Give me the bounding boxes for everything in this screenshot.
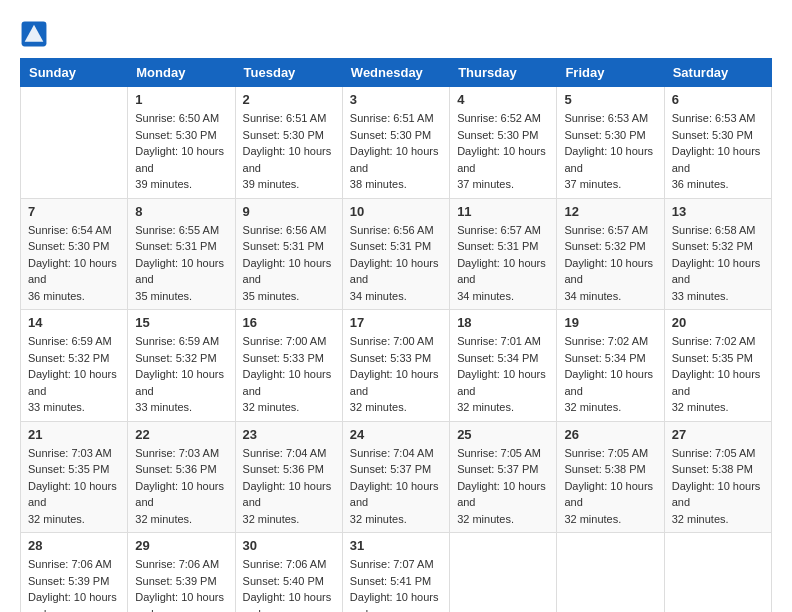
day-info: Sunrise: 6:51 AMSunset: 5:30 PMDaylight:…: [243, 110, 335, 193]
calendar-cell: 19 Sunrise: 7:02 AMSunset: 5:34 PMDaylig…: [557, 310, 664, 422]
day-info: Sunrise: 6:53 AMSunset: 5:30 PMDaylight:…: [672, 110, 764, 193]
day-number: 4: [457, 92, 549, 107]
week-row-2: 14 Sunrise: 6:59 AMSunset: 5:32 PMDaylig…: [21, 310, 772, 422]
calendar-cell: 20 Sunrise: 7:02 AMSunset: 5:35 PMDaylig…: [664, 310, 771, 422]
calendar-cell: 28 Sunrise: 7:06 AMSunset: 5:39 PMDaylig…: [21, 533, 128, 613]
logo: [20, 20, 52, 48]
day-number: 31: [350, 538, 442, 553]
day-info: Sunrise: 7:03 AMSunset: 5:36 PMDaylight:…: [135, 445, 227, 528]
day-info: Sunrise: 6:56 AMSunset: 5:31 PMDaylight:…: [350, 222, 442, 305]
day-number: 29: [135, 538, 227, 553]
calendar-cell: 14 Sunrise: 6:59 AMSunset: 5:32 PMDaylig…: [21, 310, 128, 422]
day-number: 8: [135, 204, 227, 219]
day-number: 1: [135, 92, 227, 107]
calendar-cell: 31 Sunrise: 7:07 AMSunset: 5:41 PMDaylig…: [342, 533, 449, 613]
day-info: Sunrise: 6:56 AMSunset: 5:31 PMDaylight:…: [243, 222, 335, 305]
day-info: Sunrise: 6:57 AMSunset: 5:32 PMDaylight:…: [564, 222, 656, 305]
calendar-cell: 22 Sunrise: 7:03 AMSunset: 5:36 PMDaylig…: [128, 421, 235, 533]
day-number: 19: [564, 315, 656, 330]
week-row-0: 1 Sunrise: 6:50 AMSunset: 5:30 PMDayligh…: [21, 87, 772, 199]
day-info: Sunrise: 7:01 AMSunset: 5:34 PMDaylight:…: [457, 333, 549, 416]
day-number: 15: [135, 315, 227, 330]
weekday-wednesday: Wednesday: [342, 59, 449, 87]
day-number: 12: [564, 204, 656, 219]
calendar-cell: 21 Sunrise: 7:03 AMSunset: 5:35 PMDaylig…: [21, 421, 128, 533]
calendar-cell: 4 Sunrise: 6:52 AMSunset: 5:30 PMDayligh…: [450, 87, 557, 199]
calendar-cell: 3 Sunrise: 6:51 AMSunset: 5:30 PMDayligh…: [342, 87, 449, 199]
day-number: 5: [564, 92, 656, 107]
day-info: Sunrise: 7:05 AMSunset: 5:37 PMDaylight:…: [457, 445, 549, 528]
weekday-header: SundayMondayTuesdayWednesdayThursdayFrid…: [21, 59, 772, 87]
calendar-cell: 17 Sunrise: 7:00 AMSunset: 5:33 PMDaylig…: [342, 310, 449, 422]
day-number: 22: [135, 427, 227, 442]
calendar-cell: 26 Sunrise: 7:05 AMSunset: 5:38 PMDaylig…: [557, 421, 664, 533]
week-row-1: 7 Sunrise: 6:54 AMSunset: 5:30 PMDayligh…: [21, 198, 772, 310]
calendar-cell: 16 Sunrise: 7:00 AMSunset: 5:33 PMDaylig…: [235, 310, 342, 422]
day-info: Sunrise: 7:00 AMSunset: 5:33 PMDaylight:…: [350, 333, 442, 416]
calendar-cell: 9 Sunrise: 6:56 AMSunset: 5:31 PMDayligh…: [235, 198, 342, 310]
calendar-cell: 25 Sunrise: 7:05 AMSunset: 5:37 PMDaylig…: [450, 421, 557, 533]
calendar-cell: 5 Sunrise: 6:53 AMSunset: 5:30 PMDayligh…: [557, 87, 664, 199]
day-info: Sunrise: 6:50 AMSunset: 5:30 PMDaylight:…: [135, 110, 227, 193]
day-info: Sunrise: 7:06 AMSunset: 5:39 PMDaylight:…: [135, 556, 227, 612]
day-number: 10: [350, 204, 442, 219]
calendar-cell: 23 Sunrise: 7:04 AMSunset: 5:36 PMDaylig…: [235, 421, 342, 533]
day-number: 25: [457, 427, 549, 442]
weekday-friday: Friday: [557, 59, 664, 87]
calendar-cell: [21, 87, 128, 199]
day-info: Sunrise: 6:58 AMSunset: 5:32 PMDaylight:…: [672, 222, 764, 305]
calendar-cell: 15 Sunrise: 6:59 AMSunset: 5:32 PMDaylig…: [128, 310, 235, 422]
calendar-cell: 27 Sunrise: 7:05 AMSunset: 5:38 PMDaylig…: [664, 421, 771, 533]
calendar-cell: 11 Sunrise: 6:57 AMSunset: 5:31 PMDaylig…: [450, 198, 557, 310]
day-number: 20: [672, 315, 764, 330]
calendar-cell: 10 Sunrise: 6:56 AMSunset: 5:31 PMDaylig…: [342, 198, 449, 310]
day-info: Sunrise: 6:59 AMSunset: 5:32 PMDaylight:…: [135, 333, 227, 416]
calendar-cell: 7 Sunrise: 6:54 AMSunset: 5:30 PMDayligh…: [21, 198, 128, 310]
day-info: Sunrise: 7:06 AMSunset: 5:39 PMDaylight:…: [28, 556, 120, 612]
day-number: 26: [564, 427, 656, 442]
day-info: Sunrise: 6:51 AMSunset: 5:30 PMDaylight:…: [350, 110, 442, 193]
day-info: Sunrise: 7:05 AMSunset: 5:38 PMDaylight:…: [564, 445, 656, 528]
day-info: Sunrise: 7:02 AMSunset: 5:35 PMDaylight:…: [672, 333, 764, 416]
calendar-cell: 1 Sunrise: 6:50 AMSunset: 5:30 PMDayligh…: [128, 87, 235, 199]
day-number: 23: [243, 427, 335, 442]
calendar-table: SundayMondayTuesdayWednesdayThursdayFrid…: [20, 58, 772, 612]
calendar-cell: [450, 533, 557, 613]
day-info: Sunrise: 6:57 AMSunset: 5:31 PMDaylight:…: [457, 222, 549, 305]
day-info: Sunrise: 6:54 AMSunset: 5:30 PMDaylight:…: [28, 222, 120, 305]
day-number: 2: [243, 92, 335, 107]
calendar-cell: 24 Sunrise: 7:04 AMSunset: 5:37 PMDaylig…: [342, 421, 449, 533]
day-info: Sunrise: 6:55 AMSunset: 5:31 PMDaylight:…: [135, 222, 227, 305]
day-number: 17: [350, 315, 442, 330]
calendar-cell: [557, 533, 664, 613]
day-info: Sunrise: 7:03 AMSunset: 5:35 PMDaylight:…: [28, 445, 120, 528]
day-number: 18: [457, 315, 549, 330]
calendar-cell: 30 Sunrise: 7:06 AMSunset: 5:40 PMDaylig…: [235, 533, 342, 613]
weekday-saturday: Saturday: [664, 59, 771, 87]
calendar-cell: 12 Sunrise: 6:57 AMSunset: 5:32 PMDaylig…: [557, 198, 664, 310]
weekday-sunday: Sunday: [21, 59, 128, 87]
day-info: Sunrise: 7:05 AMSunset: 5:38 PMDaylight:…: [672, 445, 764, 528]
day-info: Sunrise: 7:04 AMSunset: 5:37 PMDaylight:…: [350, 445, 442, 528]
day-number: 27: [672, 427, 764, 442]
calendar-cell: 29 Sunrise: 7:06 AMSunset: 5:39 PMDaylig…: [128, 533, 235, 613]
day-info: Sunrise: 6:59 AMSunset: 5:32 PMDaylight:…: [28, 333, 120, 416]
weekday-thursday: Thursday: [450, 59, 557, 87]
week-row-3: 21 Sunrise: 7:03 AMSunset: 5:35 PMDaylig…: [21, 421, 772, 533]
day-number: 14: [28, 315, 120, 330]
day-info: Sunrise: 7:04 AMSunset: 5:36 PMDaylight:…: [243, 445, 335, 528]
day-number: 11: [457, 204, 549, 219]
weekday-monday: Monday: [128, 59, 235, 87]
day-number: 24: [350, 427, 442, 442]
day-info: Sunrise: 7:02 AMSunset: 5:34 PMDaylight:…: [564, 333, 656, 416]
calendar-cell: 13 Sunrise: 6:58 AMSunset: 5:32 PMDaylig…: [664, 198, 771, 310]
day-number: 6: [672, 92, 764, 107]
page-header: [20, 20, 772, 48]
calendar-cell: 8 Sunrise: 6:55 AMSunset: 5:31 PMDayligh…: [128, 198, 235, 310]
day-info: Sunrise: 6:53 AMSunset: 5:30 PMDaylight:…: [564, 110, 656, 193]
calendar-cell: 6 Sunrise: 6:53 AMSunset: 5:30 PMDayligh…: [664, 87, 771, 199]
calendar-cell: [664, 533, 771, 613]
calendar-cell: 18 Sunrise: 7:01 AMSunset: 5:34 PMDaylig…: [450, 310, 557, 422]
calendar-body: 1 Sunrise: 6:50 AMSunset: 5:30 PMDayligh…: [21, 87, 772, 613]
week-row-4: 28 Sunrise: 7:06 AMSunset: 5:39 PMDaylig…: [21, 533, 772, 613]
